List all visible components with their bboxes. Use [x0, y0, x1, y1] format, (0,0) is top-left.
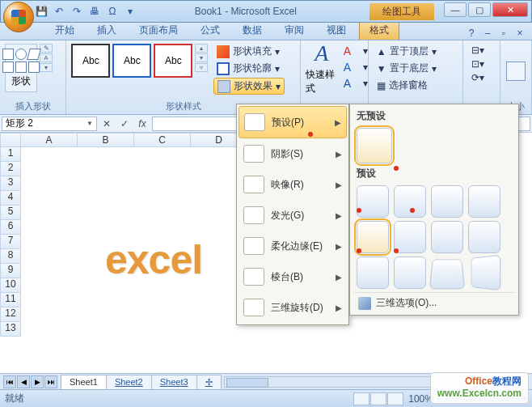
fx-icon[interactable]: fx	[134, 117, 150, 131]
qat-dropdown-icon[interactable]: ▾	[122, 3, 138, 19]
row-header[interactable]: 4	[0, 191, 21, 206]
row-header[interactable]: 2	[0, 162, 21, 176]
preset-thumb-selected[interactable]	[357, 221, 389, 253]
preset-thumb[interactable]	[429, 260, 466, 290]
text-outline-button[interactable]: A▾	[340, 60, 371, 74]
menu-bevel[interactable]: 棱台(B)▶	[239, 261, 347, 292]
tab-home[interactable]: 开始	[45, 21, 84, 40]
row-header[interactable]: 12	[0, 307, 21, 322]
row-header[interactable]: 7	[0, 235, 21, 249]
menu-soft-edge[interactable]: 柔化边缘(E)▶	[239, 231, 347, 261]
preset-thumb[interactable]	[394, 185, 426, 218]
col-header[interactable]: C	[134, 133, 191, 147]
view-normal-icon[interactable]	[353, 392, 369, 405]
tab-review[interactable]: 审阅	[275, 21, 314, 40]
fx-ok-icon[interactable]: ✓	[116, 117, 133, 131]
menu-shadow[interactable]: 阴影(S)▶	[239, 138, 347, 169]
row-header[interactable]: 3	[0, 176, 21, 191]
col-header[interactable]: A	[21, 133, 78, 147]
sheet-tab[interactable]: Sheet1	[61, 375, 107, 389]
preset-thumb[interactable]	[357, 256, 389, 289]
shape-fill-button[interactable]: 形状填充 ▾	[213, 44, 285, 59]
ribbon-min-icon[interactable]: –	[480, 27, 495, 40]
row-header[interactable]: 10	[0, 278, 21, 293]
sheet-last-icon[interactable]: ⏭	[44, 375, 57, 388]
tab-insert[interactable]: 插入	[87, 21, 126, 40]
shapes-edit-icon[interactable]: ✎	[40, 44, 53, 53]
preset-thumb[interactable]	[394, 256, 426, 289]
office-button[interactable]	[3, 2, 34, 32]
menu-reflect[interactable]: 映像(R)▶	[239, 169, 347, 200]
preset-more-options[interactable]: 三维选项(O)...	[353, 292, 515, 313]
minimize-button[interactable]: —	[444, 2, 467, 17]
annotation-dot	[357, 208, 361, 213]
gallery-down-icon[interactable]: ▾	[195, 53, 208, 62]
ribbon-close-icon[interactable]: ×	[513, 27, 527, 40]
quick-style-button[interactable]: A 快速样式	[306, 44, 338, 92]
col-header[interactable]: B	[78, 133, 134, 147]
name-box[interactable]: 矩形 2▼	[2, 117, 97, 131]
row-header[interactable]: 1	[0, 147, 21, 162]
qat-redo-icon[interactable]: ↷	[69, 3, 85, 19]
row-header[interactable]: 8	[0, 249, 21, 264]
ribbon-restore-icon[interactable]: ▫	[496, 27, 511, 40]
shapes-button[interactable]: 形状	[5, 44, 37, 92]
sheet-first-icon[interactable]: ⏮	[3, 375, 16, 388]
row-header[interactable]: 6	[0, 220, 21, 235]
maximize-button[interactable]: ▢	[468, 2, 491, 17]
ribbon-help-icon[interactable]: ?	[464, 27, 479, 40]
row-header[interactable]: 13	[0, 322, 21, 337]
preset-thumb[interactable]	[357, 185, 389, 218]
preset-none-thumb[interactable]	[357, 128, 392, 163]
preset-thumb[interactable]	[394, 221, 426, 253]
row-header[interactable]: 5	[0, 206, 21, 220]
size-icon[interactable]	[506, 61, 526, 81]
tab-view[interactable]: 视图	[317, 21, 356, 40]
qat-save-icon[interactable]: 💾	[33, 3, 49, 19]
qat-undo-icon[interactable]: ↶	[51, 3, 67, 19]
shapes-more-icon[interactable]: ▾	[40, 63, 53, 72]
view-layout-icon[interactable]	[370, 392, 386, 405]
tab-formula[interactable]: 公式	[191, 21, 230, 40]
shape-outline-button[interactable]: 形状轮廓 ▾	[213, 61, 285, 76]
preset-thumb[interactable]	[431, 185, 463, 218]
fx-cancel-icon[interactable]: ✕	[99, 117, 115, 131]
group-button[interactable]: ⊡▾	[468, 57, 488, 70]
preset-thumb[interactable]	[431, 221, 463, 253]
shape-effects-button[interactable]: 形状效果 ▾	[213, 78, 285, 95]
style-abc-1[interactable]: Abc	[71, 44, 110, 78]
tab-layout[interactable]: 页面布局	[129, 21, 188, 40]
row-header[interactable]: 11	[0, 293, 21, 307]
gallery-more-icon[interactable]: ▿	[195, 63, 208, 72]
bring-front-button[interactable]: ▲ 置于顶层 ▾	[374, 44, 440, 59]
qat-print-icon[interactable]: 🖶	[87, 3, 103, 19]
preset-thumb[interactable]	[468, 185, 500, 218]
sheet-prev-icon[interactable]: ◀	[17, 375, 30, 388]
sheet-tab[interactable]: Sheet2	[106, 375, 152, 389]
row-header[interactable]: 9	[0, 264, 21, 278]
text-fill-button[interactable]: A▾	[340, 44, 371, 58]
preset-thumb[interactable]	[468, 221, 500, 253]
menu-3d-rotation[interactable]: 三维旋转(D)▶	[239, 292, 347, 323]
rotate-button[interactable]: ⟳▾	[468, 71, 488, 84]
tab-format[interactable]: 格式	[359, 20, 399, 40]
qat-omega-icon[interactable]: Ω	[104, 3, 120, 19]
menu-glow[interactable]: 发光(G)▶	[239, 200, 347, 231]
tab-data[interactable]: 数据	[233, 21, 272, 40]
style-abc-2[interactable]: Abc	[112, 44, 151, 78]
gallery-up-icon[interactable]: ▴	[195, 44, 208, 53]
menu-preset[interactable]: 预设(P)▶	[239, 106, 347, 138]
text-effect-button[interactable]: A▾	[340, 76, 371, 91]
close-button[interactable]: ✕	[492, 2, 528, 17]
sheet-next-icon[interactable]: ▶	[31, 375, 44, 388]
select-all-corner[interactable]	[0, 133, 21, 147]
view-break-icon[interactable]	[387, 392, 403, 405]
shapes-text-icon[interactable]: A	[40, 53, 53, 62]
sheet-tab[interactable]: Sheet3	[151, 375, 197, 389]
align-button[interactable]: ⊟▾	[468, 44, 488, 57]
send-back-button[interactable]: ▼ 置于底层 ▾	[374, 61, 440, 76]
style-abc-3[interactable]: Abc	[154, 44, 192, 78]
selection-pane-button[interactable]: ▦ 选择窗格	[374, 78, 440, 93]
preset-thumb[interactable]	[471, 255, 501, 291]
sheet-new-icon[interactable]: ✢	[196, 375, 222, 389]
